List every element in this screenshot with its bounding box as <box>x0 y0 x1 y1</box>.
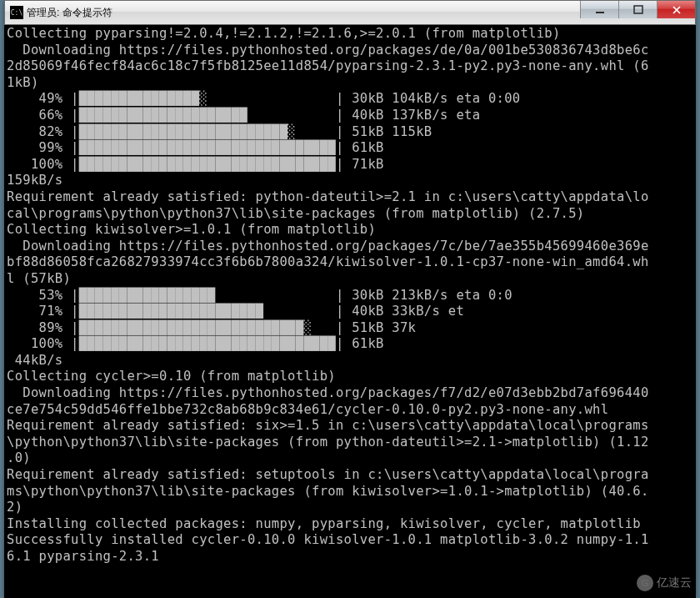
svg-rect-1 <box>634 6 642 13</box>
command-prompt-window: C:\ 管理员: 命令提示符 Collecting pyparsing!=2.0… <box>4 0 696 598</box>
close-icon <box>672 5 682 15</box>
watermark-icon: G <box>637 575 653 591</box>
window-controls <box>580 1 695 18</box>
minimize-icon <box>595 5 605 15</box>
window-title: 管理员: 命令提示符 <box>27 6 112 20</box>
svg-rect-0 <box>596 12 604 13</box>
maximize-button[interactable] <box>618 1 657 18</box>
watermark: G 亿速云 <box>637 575 692 591</box>
maximize-icon <box>633 5 643 15</box>
cmd-icon: C:\ <box>10 6 23 19</box>
terminal-output[interactable]: Collecting pyparsing!=2.0.4,!=2.1.2,!=2.… <box>4 25 696 598</box>
minimize-button[interactable] <box>580 1 618 18</box>
watermark-text: 亿速云 <box>657 575 692 590</box>
titlebar[interactable]: C:\ 管理员: 命令提示符 <box>4 0 696 25</box>
close-button[interactable] <box>657 1 695 18</box>
